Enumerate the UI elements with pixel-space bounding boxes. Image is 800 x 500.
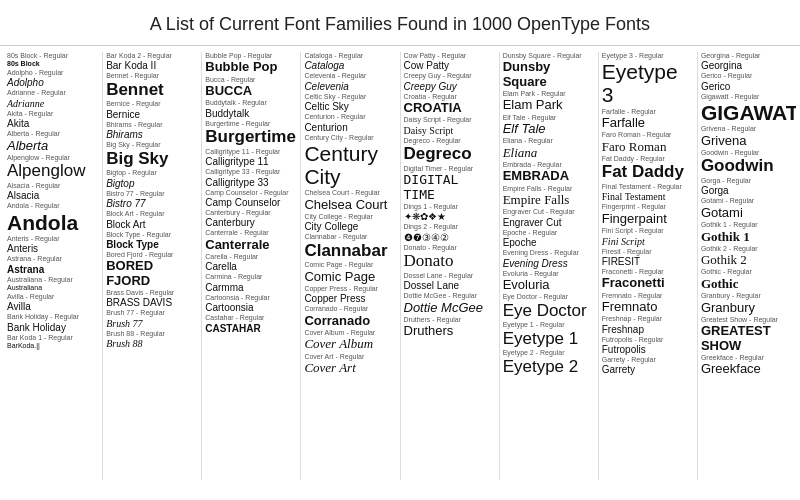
page-title: A List of Current Font Families Found in…: [0, 0, 800, 46]
font-label: Cartoonsia - Regular: [205, 294, 297, 302]
font-entry: Comic Page - RegularComic Page: [304, 261, 396, 284]
font-entry: Elam Park - RegularElam Park: [503, 90, 595, 113]
font-label: Celtic Sky - Regular: [304, 93, 396, 101]
font-label: Astrana - Regular: [7, 255, 99, 263]
font-label: Epoche - Regular: [503, 229, 595, 237]
font-entry: Faro Roman - RegularFaro Roman: [602, 131, 694, 154]
font-display: Bank Holiday: [7, 322, 99, 333]
font-display: Fini Script: [602, 236, 694, 247]
font-label: Block Art - Regular: [106, 210, 198, 218]
font-label: Brush 77 - Regular: [106, 309, 198, 317]
font-entry: Eyetype 3 - RegularEyetype 3: [602, 52, 694, 107]
font-display: Bistro 77: [106, 198, 198, 209]
font-display: CROATIA: [404, 101, 496, 115]
font-label: Brush 88 - Regular: [106, 330, 198, 338]
font-display: Centurion: [304, 122, 396, 133]
font-display: Evoluria: [503, 278, 595, 292]
font-label: Freshnap - Regular: [602, 315, 694, 323]
font-entry: Evoluria - RegularEvoluria: [503, 270, 595, 293]
font-display: Brush 88: [106, 338, 198, 349]
font-entry: Futropolis - RegularFutropolis: [602, 336, 694, 355]
font-entry: Dottie McGee - RegularDottie McGee: [404, 292, 496, 315]
font-entry: Century City - RegularCentury City: [304, 134, 396, 189]
font-entry: Georgina - RegularGeorgina: [701, 52, 793, 71]
font-entry: Embrada - RegularEMBRADA: [503, 161, 595, 184]
font-entry: Gothik 2 - RegularGothik 2: [701, 245, 793, 268]
font-label: 80s Block - Regular: [7, 52, 99, 60]
font-entry: Empire Falls - RegularEmpire Falls: [503, 185, 595, 208]
font-entry: Gorga - RegularGorga: [701, 177, 793, 196]
font-display: Comic Page: [304, 270, 396, 284]
font-display: Block Type: [106, 239, 198, 250]
font-entry: Cartoonsia - RegularCartoonsia: [205, 294, 297, 313]
font-entry: Evening Dress - RegularEvening Dress: [503, 249, 595, 268]
font-display: 80s Block: [7, 60, 99, 68]
font-entry: Engraver Cut - RegularEngraver Cut: [503, 208, 595, 227]
font-display: Alsacia: [7, 190, 99, 201]
font-label: Dossel Lane - Regular: [404, 272, 496, 280]
font-entry: Elf Tale - RegularElf Tale: [503, 114, 595, 137]
font-display: Donato: [404, 252, 496, 271]
font-label: Adolpho - Regular: [7, 69, 99, 77]
column-1: 80s Block - Regular80s BlockAdolpho - Re…: [4, 52, 103, 480]
font-label: Creepy Guy - Regular: [404, 72, 496, 80]
font-display: Dunsby Square: [503, 60, 595, 89]
font-entry: Dings 1 - Regular✦❋✿❖★: [404, 203, 496, 222]
font-entry: Celtic Sky - RegularCeltic Sky: [304, 93, 396, 112]
font-entry: Carmina - RegularCarmma: [205, 273, 297, 292]
font-display: Alberta: [7, 139, 99, 153]
font-display: Bennet: [106, 81, 198, 100]
font-entry: Burgertime - RegularBurgertime: [205, 120, 297, 147]
font-display: Gothic: [701, 277, 793, 291]
font-entry: Adolpho - RegularAdolpho: [7, 69, 99, 88]
font-label: Georgina - Regular: [701, 52, 793, 60]
font-entry: Alsacia - RegularAlsacia: [7, 182, 99, 201]
column-6: Dunsby Square - RegularDunsby SquareElam…: [500, 52, 599, 480]
font-entry: Cover Art - RegularCover Art: [304, 353, 396, 376]
font-label: Brass Davis - Regular: [106, 289, 198, 297]
font-display: Clannabar: [304, 242, 396, 261]
font-display: Block Art: [106, 219, 198, 230]
font-entry: Corranado - RegularCorranado: [304, 305, 396, 328]
font-label: Dings 1 - Regular: [404, 203, 496, 211]
font-display: Century City: [304, 142, 396, 188]
font-entry: Bigtop - RegularBigtop: [106, 169, 198, 188]
font-entry: Bhirams - RegularBhirams: [106, 121, 198, 140]
font-display: Carella: [205, 261, 297, 272]
font-display: ✦❋✿❖★: [404, 211, 496, 222]
font-entry: Calligritype 33 - RegularCalligritype 33: [205, 168, 297, 187]
font-display: Gerico: [701, 81, 793, 92]
column-4: Cataloga - RegularCatalogaCelevenia - Re…: [301, 52, 400, 480]
font-entry: Fingerprint - RegularFingerpaint: [602, 203, 694, 226]
font-entry: Bubble Pop - RegularBubble Pop: [205, 52, 297, 75]
font-entry: Block Art - RegularBlock Art: [106, 210, 198, 229]
font-entry: Grivena - RegularGrivena: [701, 125, 793, 148]
font-display: Elam Park: [503, 98, 595, 112]
font-entry: Greekface - RegularGreekface: [701, 354, 793, 377]
font-display: Astrana: [7, 264, 99, 275]
font-entry: Bucca - RegularBUCCA: [205, 76, 297, 99]
font-entry: Castahar - RegularCASTAHAR: [205, 314, 297, 333]
font-label: Calligritype 33 - Regular: [205, 168, 297, 176]
font-display: Eliana: [503, 146, 595, 160]
font-entry: Clannabar - RegularClannabar: [304, 233, 396, 260]
font-display: Alpenglow: [7, 162, 99, 181]
font-entry: Bistro 77 - RegularBistro 77: [106, 190, 198, 209]
font-display: Granbury: [701, 301, 793, 315]
font-display: Cover Art: [304, 361, 396, 375]
font-entry: Granbury - RegularGranbury: [701, 292, 793, 315]
font-display: Cow Patty: [404, 60, 496, 71]
font-label: Calligritype 11 - Regular: [205, 148, 297, 156]
font-display: Copper Press: [304, 293, 396, 304]
font-label: Garrety - Regular: [602, 356, 694, 364]
font-display: Fraconetti: [602, 276, 694, 290]
font-display: Fingerpaint: [602, 212, 694, 226]
font-display: Dottie McGee: [404, 301, 496, 315]
font-display: Epoche: [503, 237, 595, 248]
font-label: Daisy Script - Regular: [404, 116, 496, 124]
font-display: DIGITAL TIME: [404, 173, 496, 202]
font-display: Corranado: [304, 314, 396, 328]
font-entry: Brass Davis - RegularBRASS DAVIS: [106, 289, 198, 308]
font-entry: Carella - RegularCarella: [205, 253, 297, 272]
font-entry: Eyetype 2 - RegularEyetype 2: [503, 349, 595, 376]
